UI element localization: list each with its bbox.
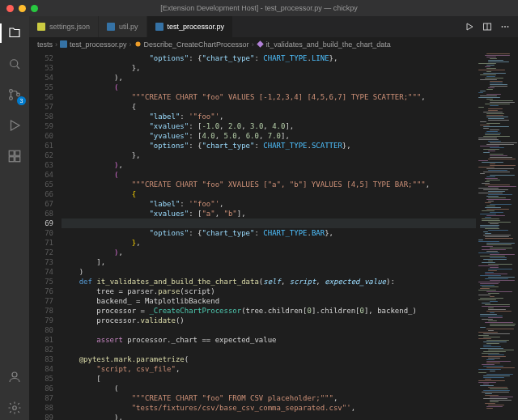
svg-point-15 (135, 42, 140, 47)
method-symbol-icon (257, 40, 264, 48)
line-number-gutter: 5253545556575859606162636465666768697071… (29, 52, 62, 420)
svg-rect-4 (9, 151, 14, 155)
breadcrumb[interactable]: tests › test_processor.py › Describe_Cre… (29, 37, 518, 52)
settings-gear-icon[interactable] (0, 396, 29, 420)
editor-split: 5253545556575859606162636465666768697071… (29, 52, 518, 420)
svg-point-0 (11, 60, 18, 67)
code-editor[interactable]: "options": {"chart_type": CHART_TYPE.LIN… (62, 52, 476, 420)
extensions-icon[interactable] (0, 144, 29, 168)
tab-label: util.py (119, 23, 138, 31)
chevron-right-icon: › (55, 40, 57, 49)
minimap[interactable] (476, 52, 518, 420)
tab-label: test_processor.py (168, 23, 225, 31)
python-file-icon (60, 40, 67, 48)
split-editor-icon[interactable] (482, 22, 492, 32)
breadcrumb-item[interactable]: Describe_CreateChartProcessor (144, 40, 249, 49)
json-file-icon (37, 23, 45, 31)
svg-point-1 (10, 90, 13, 93)
python-file-icon (155, 23, 163, 31)
window-title: [Extension Development Host] - test_proc… (0, 4, 518, 12)
svg-rect-6 (9, 157, 14, 162)
explorer-icon[interactable] (0, 21, 29, 45)
breadcrumb-item[interactable]: test_processor.py (70, 40, 127, 49)
class-symbol-icon (134, 40, 142, 48)
svg-rect-7 (15, 157, 20, 162)
tab-util-py[interactable]: util.py (99, 16, 147, 37)
accounts-icon[interactable] (0, 365, 29, 389)
svg-rect-16 (257, 40, 263, 47)
tab-actions (456, 16, 518, 37)
source-control-icon[interactable]: 3 (0, 83, 29, 107)
svg-point-8 (12, 372, 17, 377)
tab-bar: settings.json util.py test_processor.py (29, 16, 518, 37)
run-file-icon[interactable] (465, 22, 474, 32)
titlebar: [Extension Development Host] - test_proc… (0, 0, 518, 16)
svg-point-11 (502, 26, 503, 28)
svg-rect-5 (15, 151, 20, 155)
source-control-badge: 3 (17, 96, 26, 105)
svg-point-2 (10, 97, 13, 100)
breadcrumb-item[interactable]: tests (37, 40, 53, 49)
svg-point-9 (13, 406, 17, 410)
run-debug-icon[interactable] (0, 113, 29, 138)
tab-settings-json[interactable]: settings.json (29, 16, 99, 37)
python-file-icon (107, 23, 115, 31)
chevron-right-icon: › (252, 40, 254, 49)
svg-point-12 (504, 26, 506, 28)
editor-area: settings.json util.py test_processor.py … (29, 16, 518, 420)
tab-test-processor-py[interactable]: test_processor.py (147, 16, 234, 37)
more-actions-icon[interactable] (500, 22, 510, 32)
search-icon[interactable] (0, 52, 29, 76)
tab-label: settings.json (49, 23, 90, 31)
breadcrumb-item[interactable]: it_validates_and_build_the_chart_data (266, 40, 391, 49)
svg-rect-14 (60, 40, 67, 48)
chevron-right-icon: › (130, 40, 132, 49)
svg-point-13 (507, 26, 509, 28)
activity-bar: 3 (0, 16, 29, 420)
